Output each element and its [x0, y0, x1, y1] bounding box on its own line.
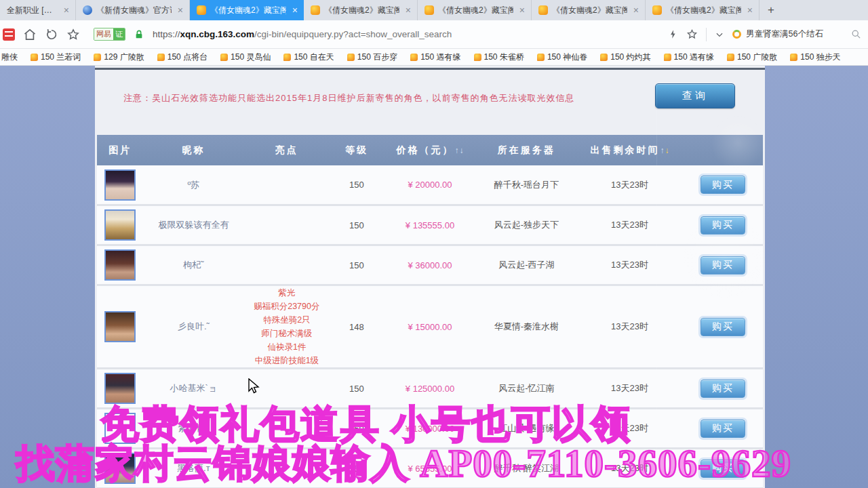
cbg-favicon-icon: [197, 5, 206, 15]
url-scheme: https://: [153, 29, 180, 39]
nickname-cell[interactable]: 枸杞˜: [144, 259, 243, 271]
bookmark-item[interactable]: 150 灼灼其: [600, 52, 650, 63]
action-cell: 购买: [683, 380, 763, 398]
buy-button[interactable]: 购买: [701, 318, 745, 336]
search-magnifier-icon[interactable]: [851, 29, 861, 39]
character-avatar[interactable]: [104, 413, 136, 444]
buy-button[interactable]: 购买: [701, 176, 745, 194]
nickname-cell[interactable]: 小哈基米`ョ: [144, 382, 243, 394]
buy-button[interactable]: 购买: [701, 256, 745, 274]
bookmark-item[interactable]: 150 神仙眷: [537, 52, 587, 63]
browser-tab[interactable]: 《倩女幽魂2》藏宝阁×: [532, 0, 646, 20]
table-row: 枸杞˜150¥ 36000.00风云起-西子湖13天23时购买: [97, 246, 763, 286]
column-header[interactable]: 等级: [330, 144, 384, 157]
action-cell: 购买: [683, 318, 763, 336]
nickname-cell[interactable]: 极限双躲该有全有: [144, 219, 243, 231]
buy-button[interactable]: 购买: [701, 380, 745, 398]
tab-close-icon[interactable]: ×: [290, 5, 300, 16]
character-avatar[interactable]: [104, 311, 136, 342]
browser-tab[interactable]: 《倩女幽魂2》藏宝阁×: [304, 0, 418, 20]
sort-up-icon[interactable]: ↑: [660, 146, 665, 155]
browser-tab[interactable]: 《倩女幽魂2》藏宝阁×: [418, 0, 532, 20]
favorites-star-icon[interactable]: [66, 28, 80, 41]
bookmark-item[interactable]: 150 灵岛仙: [220, 52, 271, 63]
character-avatar[interactable]: [104, 453, 136, 484]
sort-down-icon[interactable]: ↓: [665, 146, 669, 155]
url-path: /cgi-bin/equipquery.py?act=show_overall_…: [254, 29, 452, 39]
column-header[interactable]: 价格（元）↑↓: [383, 144, 476, 157]
flash-icon[interactable]: [668, 28, 678, 40]
avatar-cell: [97, 246, 144, 284]
character-avatar[interactable]: [104, 373, 136, 404]
time-left-cell: 13天23时: [576, 462, 683, 474]
sort-down-icon[interactable]: ↓: [459, 146, 463, 155]
tab-close-icon[interactable]: ×: [176, 5, 185, 16]
search-query-text[interactable]: 男童肾塞满56个结石: [746, 28, 846, 40]
home-icon[interactable]: [23, 28, 37, 41]
buy-button[interactable]: 购买: [701, 420, 745, 438]
chevron-down-icon[interactable]: [715, 30, 724, 39]
new-tab-button[interactable]: +: [760, 0, 783, 20]
avatar-cell: [97, 409, 144, 447]
bookmark-item[interactable]: 150 朱雀桥: [474, 52, 524, 63]
table-row: 小哈基米`ョ150¥ 125000.00风云起-忆江南13天23时购买: [97, 369, 763, 409]
price-cell: ¥ 65555.00: [383, 464, 476, 474]
bookmark-favicon-icon: [727, 54, 734, 61]
column-header[interactable]: 图片: [97, 144, 144, 157]
forum-favicon-icon: [83, 5, 92, 15]
browser-tab[interactable]: 《倩女幽魂2》藏宝阁×: [646, 0, 760, 20]
bookmark-item[interactable]: 129 广陵散: [94, 52, 144, 63]
tab-label: 《倩女幽魂2》藏宝阁: [210, 5, 286, 16]
bookmark-item[interactable]: 150 百步穿: [347, 52, 397, 63]
server-cell: 醉千秋-瑶台月下: [477, 179, 576, 191]
level-cell: 148: [330, 322, 384, 332]
bookmark-item[interactable]: 150 点将台: [157, 52, 208, 63]
nickname-cell[interactable]: 紫云青♪: [144, 422, 243, 434]
time-left-cell: 13天23时: [576, 382, 683, 394]
server-cell: 风云起-独步天下: [477, 219, 576, 231]
tab-close-icon[interactable]: ×: [403, 5, 413, 16]
column-header-label: 出售剩余时间: [591, 144, 660, 155]
bookmark-item[interactable]: 150 遇有缘: [664, 52, 714, 63]
url-bar[interactable]: https://xqn.cbg.163.com/cgi-bin/equipque…: [153, 29, 660, 39]
browser-search-box[interactable]: 男童肾塞满56个结石: [732, 28, 861, 40]
bookmark-item[interactable]: 150 兰若词: [31, 52, 81, 63]
https-lock-icon[interactable]: [134, 29, 144, 40]
bookmark-item[interactable]: 150 自在天: [283, 52, 334, 63]
browser-tab[interactable]: 《新倩女幽魂》官方论…×: [76, 0, 190, 20]
tab-close-icon[interactable]: ×: [745, 5, 755, 16]
bookmark-item[interactable]: 150 独步天: [790, 52, 840, 63]
bookmark-favicon-icon: [347, 54, 355, 61]
nickname-cell[interactable]: º苏: [144, 179, 243, 191]
bookmark-page-star-icon[interactable]: [686, 28, 698, 40]
tab-close-icon[interactable]: ×: [62, 5, 71, 16]
query-button[interactable]: 查询: [655, 83, 735, 108]
buy-button[interactable]: 购买: [701, 216, 745, 235]
column-header[interactable]: 所在服务器: [477, 144, 576, 157]
bookmark-label: 150 灼灼其: [610, 52, 650, 63]
character-avatar[interactable]: [104, 169, 136, 201]
column-header[interactable]: 昵称: [144, 144, 243, 157]
buy-button[interactable]: 购买: [701, 460, 745, 478]
character-avatar[interactable]: [104, 209, 136, 241]
sort-up-icon[interactable]: ↑: [454, 146, 458, 155]
tab-close-icon[interactable]: ×: [631, 5, 641, 16]
browser-tab[interactable]: 全新职业 […×: [0, 0, 76, 20]
column-header[interactable]: 亮点: [243, 144, 330, 157]
bookmark-item[interactable]: 150 遇有缘: [410, 52, 460, 63]
refresh-icon[interactable]: [45, 28, 58, 41]
action-cell: 购买: [683, 460, 763, 478]
level-cell: 150: [330, 180, 384, 190]
bookmark-item[interactable]: 150 广陵散: [727, 52, 777, 63]
nickname-cell[interactable]: 彡良叶.˜: [144, 321, 243, 333]
browser-tab[interactable]: 《倩女幽魂2》藏宝阁×: [190, 0, 304, 20]
bookmark-item[interactable]: 雕侠: [1, 52, 18, 63]
server-cell: 风云起-忆江南: [477, 382, 576, 394]
nickname-cell[interactable]: 黑洛丽.т: [144, 462, 243, 474]
character-avatar[interactable]: [104, 249, 136, 281]
column-header[interactable]: 出售剩余时间↑↓: [576, 144, 683, 157]
browser-menu-icon[interactable]: [3, 28, 15, 41]
level-cell: 150: [330, 384, 384, 394]
badge-netease-label: 网易: [94, 28, 113, 40]
tab-close-icon[interactable]: ×: [517, 5, 527, 16]
